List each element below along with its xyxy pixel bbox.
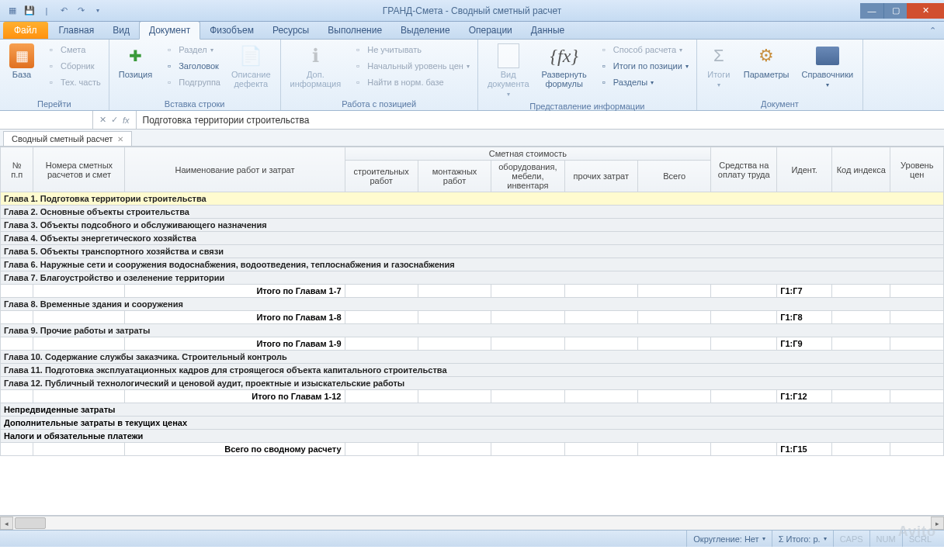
sheet-close-icon[interactable]: ✕ bbox=[117, 135, 123, 143]
calc-method-btn[interactable]: ▫ Способ расчета ▾ bbox=[595, 42, 692, 57]
exclude-btn[interactable]: ▫ Не учитывать bbox=[349, 42, 473, 57]
header-btn[interactable]: ▫ Заголовок bbox=[160, 58, 224, 74]
status-total[interactable]: Σ Итого: р. ▾ bbox=[772, 531, 833, 547]
sbornik-btn-icon: ▫ bbox=[45, 60, 57, 72]
col-cost[interactable]: Сметная стоимость bbox=[345, 147, 711, 161]
horizontal-scrollbar[interactable]: ◂ ▸ bbox=[0, 516, 944, 530]
ribbon-tab-Главная[interactable]: Главная bbox=[50, 22, 104, 39]
initprice-btn[interactable]: ▫ Начальный уровень цен ▾ bbox=[349, 58, 473, 74]
col-num[interactable]: Номера сметных расчетов и смет bbox=[33, 147, 125, 192]
fx-icon[interactable]: fx bbox=[123, 116, 130, 125]
position-button[interactable]: ✚ Позиция bbox=[114, 42, 158, 81]
sbornik-btn[interactable]: ▫ Сборник bbox=[42, 58, 104, 74]
col-c3[interactable]: оборудования, мебели, инвентаря bbox=[491, 161, 564, 192]
col-c2[interactable]: монтажных работ bbox=[418, 161, 491, 192]
col-name[interactable]: Наименование работ и затрат bbox=[125, 147, 345, 192]
qat-separator: | bbox=[40, 5, 53, 17]
table-row[interactable]: Глава 8. Временные здания и сооружения bbox=[1, 298, 944, 311]
col-pp[interactable]: № п.п bbox=[1, 147, 33, 192]
grid-area[interactable]: № п.п Номера сметных расчетов и смет Наи… bbox=[0, 147, 944, 516]
ribbon-tab-Физобъем[interactable]: Физобъем bbox=[200, 22, 263, 39]
table-row[interactable]: Глава 3. Объекты подсобного и обслуживаю… bbox=[1, 219, 944, 232]
refs-button[interactable]: Справочники▾ bbox=[796, 42, 858, 91]
table-row[interactable]: Глава 1. Подготовка территории строитель… bbox=[1, 192, 944, 206]
undo-icon[interactable]: ↶ bbox=[57, 5, 70, 17]
table-row[interactable]: Глава 4. Объекты энергетического хозяйст… bbox=[1, 232, 944, 245]
name-box[interactable] bbox=[0, 111, 93, 129]
window-title: ГРАНД-Смета - Сводный сметный расчет bbox=[0, 5, 944, 16]
table-row[interactable]: Глава 6. Наружные сети и сооружения водо… bbox=[1, 258, 944, 271]
ribbon: ▦ База ▫ Смета ▫ Сборник ▫ Тех. часть Пе… bbox=[0, 40, 944, 111]
table-row[interactable]: Глава 9. Прочие работы и затраты bbox=[1, 324, 944, 337]
smeta-btn[interactable]: ▫ Смета bbox=[42, 42, 104, 57]
col-ident[interactable]: Идент. bbox=[777, 147, 832, 192]
sheet-tab[interactable]: Сводный сметный расчет ✕ bbox=[3, 131, 132, 146]
table-row[interactable]: Глава 5. Объекты транспортного хозяйства… bbox=[1, 245, 944, 258]
table-row[interactable]: Непредвиденные затраты bbox=[1, 403, 944, 417]
ribbon-collapse-icon[interactable]: ⌃ bbox=[929, 26, 936, 39]
totals-button[interactable]: Σ Итоги▾ bbox=[702, 42, 736, 91]
params-button[interactable]: ⚙ Параметры bbox=[739, 42, 794, 81]
scroll-track[interactable] bbox=[13, 517, 931, 530]
formula-input[interactable]: Подготовка территории строительства bbox=[137, 115, 944, 126]
pos-totals-btn-icon: ▫ bbox=[598, 60, 610, 72]
table-row[interactable]: Глава 12. Публичный технологический и це… bbox=[1, 377, 944, 390]
pos-totals-btn[interactable]: ▫ Итоги по позиции ▾ bbox=[595, 58, 692, 74]
ribbon-tab-Данные[interactable]: Данные bbox=[522, 22, 574, 39]
ribbon-tab-Выполнение[interactable]: Выполнение bbox=[318, 22, 391, 39]
col-c1[interactable]: строительных работ bbox=[345, 161, 418, 192]
table-row[interactable]: Итого по Главам 1-12Г1:Г12 bbox=[1, 390, 944, 403]
find-norm-btn[interactable]: ▫ Найти в норм. базе bbox=[349, 74, 473, 90]
header-btn-icon: ▫ bbox=[163, 60, 175, 72]
formula-bar: ✕ ✓ fx Подготовка территории строительст… bbox=[0, 111, 944, 130]
sections-btn[interactable]: ▫ Разделы ▾ bbox=[595, 74, 692, 90]
ribbon-tab-Ресурсы[interactable]: Ресурсы bbox=[263, 22, 318, 39]
base-button[interactable]: ▦ База bbox=[5, 42, 39, 81]
status-caps: CAPS bbox=[833, 531, 869, 547]
table-row[interactable]: Глава 10. Содержание службы заказчика. С… bbox=[1, 351, 944, 364]
table-row[interactable]: Итого по Главам 1-7Г1:Г7 bbox=[1, 285, 944, 298]
col-c5[interactable]: Всего bbox=[637, 161, 710, 192]
scroll-left-icon[interactable]: ◂ bbox=[0, 517, 13, 530]
qat-dropdown-icon[interactable]: ▾ bbox=[92, 5, 104, 17]
accept-icon[interactable]: ✓ bbox=[111, 115, 118, 125]
col-c4[interactable]: прочих затрат bbox=[564, 161, 637, 192]
sheet-tab-label: Сводный сметный расчет bbox=[12, 134, 113, 143]
col-labor[interactable]: Средства на оплату труда bbox=[711, 147, 777, 192]
doc-view-button[interactable]: Виддокумента▾ bbox=[483, 42, 534, 100]
ribbon-tab-Выделение[interactable]: Выделение bbox=[391, 22, 460, 39]
subgroup-btn[interactable]: ▫ Подгруппа bbox=[160, 74, 224, 90]
maximize-button[interactable]: ▢ bbox=[883, 3, 907, 19]
table-row[interactable]: Глава 7. Благоустройство и озеленение те… bbox=[1, 271, 944, 285]
table-row[interactable]: Налоги и обязательные платежи bbox=[1, 430, 944, 443]
table-row[interactable]: Итого по Главам 1-9Г1:Г9 bbox=[1, 337, 944, 351]
status-rounding[interactable]: Округление: Нет ▾ bbox=[686, 531, 771, 547]
expand-formulas-button[interactable]: {fx} Развернутьформулы bbox=[537, 42, 592, 90]
ribbon-tab-Документ[interactable]: Документ bbox=[139, 21, 200, 40]
ribbon-tab-Вид[interactable]: Вид bbox=[103, 22, 139, 39]
redo-icon[interactable]: ↷ bbox=[75, 5, 87, 17]
watermark: Avito bbox=[898, 524, 936, 540]
save-icon[interactable]: 💾 bbox=[23, 5, 36, 17]
col-index[interactable]: Код индекса bbox=[831, 147, 890, 192]
scroll-thumb[interactable] bbox=[15, 517, 46, 529]
table-row[interactable]: Дополнительные затраты в текущих ценах bbox=[1, 417, 944, 430]
ribbon-tab-Операции[interactable]: Операции bbox=[460, 22, 522, 39]
sections-btn-icon: ▫ bbox=[598, 76, 610, 88]
minimize-button[interactable]: — bbox=[860, 3, 883, 19]
section-btn[interactable]: ▫ Раздел ▾ bbox=[160, 42, 224, 57]
table-row[interactable]: Глава 2. Основные объекты строительства bbox=[1, 206, 944, 219]
table-row[interactable]: Итого по Главам 1-8Г1:Г8 bbox=[1, 311, 944, 324]
techpart-btn[interactable]: ▫ Тех. часть bbox=[42, 74, 104, 90]
statusbar: Округление: Нет ▾ Σ Итого: р. ▾ CAPS NUM… bbox=[0, 530, 944, 547]
table-row[interactable]: Глава 11. Подготовка эксплуатационных ка… bbox=[1, 364, 944, 377]
defect-desc-btn[interactable]: 📄 Описаниедефекта bbox=[227, 42, 276, 90]
cancel-icon[interactable]: ✕ bbox=[99, 115, 106, 125]
subgroup-btn-icon: ▫ bbox=[163, 76, 175, 88]
file-tab[interactable]: Файл bbox=[3, 22, 48, 39]
close-button[interactable]: ✕ bbox=[907, 3, 944, 19]
addinfo-button[interactable]: ℹ Доп.информация bbox=[286, 42, 346, 90]
col-level[interactable]: Уровень цен bbox=[890, 147, 944, 192]
smeta-btn-icon: ▫ bbox=[45, 43, 57, 56]
table-row[interactable]: Всего по сводному расчетуГ1:Г15 bbox=[1, 443, 944, 456]
